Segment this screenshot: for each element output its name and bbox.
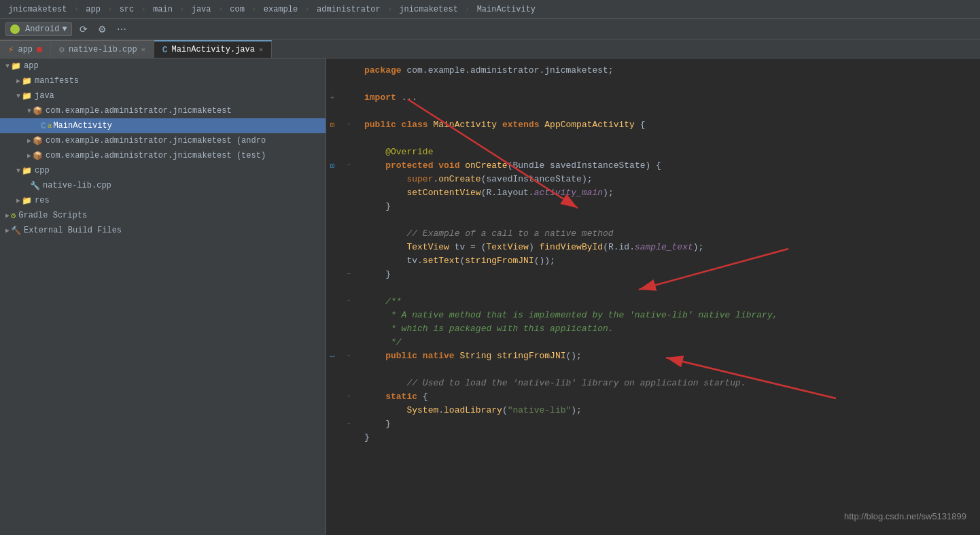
code-text-textview: TextView tv = (TextView) findViewById(R.… bbox=[359, 241, 703, 254]
sidebar-item-native-lib[interactable]: 🔧 native-lib.cpp bbox=[0, 178, 326, 193]
sidebar-label-res: res bbox=[35, 196, 50, 205]
code-text-override: @Override bbox=[359, 145, 433, 159]
code-text-javadoc3: * which is packaged with this applicatio… bbox=[359, 322, 614, 336]
fold-static[interactable]: − bbox=[338, 390, 359, 404]
code-line-native: ↔ − public native String stringFromJNI()… bbox=[326, 349, 980, 363]
sync-button[interactable]: ⟳ bbox=[76, 22, 91, 37]
expand-arrow-external: ▶ bbox=[5, 226, 10, 235]
sidebar-label-cpp: cpp bbox=[35, 166, 50, 175]
code-text-2 bbox=[359, 77, 370, 91]
code-line-4 bbox=[326, 132, 980, 145]
expand-arrow-manifests: ▶ bbox=[16, 77, 20, 85]
fold-oncreate[interactable]: − bbox=[338, 159, 359, 173]
file-icon-native-lib: 🔧 bbox=[30, 181, 40, 191]
dropdown-arrow: ▼ bbox=[62, 24, 67, 34]
code-text-7 bbox=[359, 363, 370, 377]
expand-arrow-cpp: ▼ bbox=[16, 167, 20, 175]
code-text-loadlibrary: System.loadLibrary("native-lib"); bbox=[359, 404, 582, 417]
tab-mainactivity[interactable]: C MainActivity.java ✕ bbox=[154, 40, 272, 58]
error-badge bbox=[37, 47, 42, 52]
breadcrumb-java[interactable]: java bbox=[188, 3, 215, 16]
sidebar-item-pkg-andro[interactable]: ▶ 📦 com.example.administrator.jnicmakete… bbox=[0, 133, 326, 148]
fold-close3[interactable]: − bbox=[338, 417, 359, 431]
tab-native-lib-close[interactable]: ✕ bbox=[141, 46, 145, 54]
breadcrumb-example[interactable]: example bbox=[260, 3, 302, 16]
sidebar-item-res[interactable]: ▶ 📁 res bbox=[0, 193, 326, 208]
dropdown-label: Android bbox=[25, 24, 59, 34]
android-dropdown[interactable]: Android ▼ bbox=[5, 22, 72, 36]
code-text-4 bbox=[359, 132, 370, 145]
code-text-super: super.onCreate(savedInstanceState); bbox=[359, 173, 593, 186]
code-text-1: package com.example.administrator.jnicma… bbox=[359, 64, 614, 77]
code-line-super: super.onCreate(savedInstanceState); bbox=[326, 173, 980, 186]
code-line-setcontent: setContentView(R.layout.activity_main); bbox=[326, 186, 980, 200]
sidebar-item-app[interactable]: ▼ 📁 app bbox=[0, 58, 326, 73]
code-text-javadoc2: * A native method that is implemented by… bbox=[359, 309, 778, 322]
fold-class[interactable]: − bbox=[338, 118, 359, 132]
code-line-7 bbox=[326, 363, 980, 377]
sidebar-item-pkg-test[interactable]: ▶ 📦 com.example.administrator.jnicmakete… bbox=[0, 148, 326, 163]
more-button[interactable]: ⋯ bbox=[114, 22, 129, 37]
tab-native-lib[interactable]: ⚙ native-lib.cpp ✕ bbox=[51, 40, 154, 58]
folder-icon-res: 📁 bbox=[22, 196, 32, 206]
tab-mainactivity-label: MainActivity.java bbox=[172, 45, 255, 54]
code-line-close1: } bbox=[326, 200, 980, 213]
code-text-javadoc4: */ bbox=[359, 336, 402, 349]
code-text-5 bbox=[359, 213, 370, 227]
settings-button[interactable]: ⚙ bbox=[95, 22, 110, 37]
breadcrumb-app[interactable]: app bbox=[82, 3, 105, 16]
code-text-close3: } bbox=[359, 417, 391, 431]
sidebar-item-pkg-main[interactable]: ▼ 📦 com.example.administrator.jnicmakete… bbox=[0, 103, 326, 118]
gradle-icon: ⚙ bbox=[11, 211, 16, 221]
tab-app[interactable]: ⚡ app bbox=[0, 40, 51, 58]
sidebar-item-external-build[interactable]: ▶ 🔨 External Build Files bbox=[0, 223, 326, 238]
expand-arrow-res: ▶ bbox=[16, 196, 20, 205]
sidebar-label-gradle: Gradle Scripts bbox=[18, 211, 87, 220]
folder-icon-java: 📁 bbox=[22, 91, 32, 101]
code-line-javadoc4: */ bbox=[326, 336, 980, 349]
code-text-comment1: // Example of a call to a native method bbox=[359, 227, 614, 241]
code-line-comment2: // Used to load the 'native-lib' library… bbox=[326, 377, 980, 390]
main-layout: ▼ 📁 app ▶ 📁 manifests ▼ 📁 java ▼ 📦 com.e… bbox=[0, 58, 980, 535]
code-text-settext: tv.setText(stringFromJNI()); bbox=[359, 254, 555, 268]
sidebar-item-manifests[interactable]: ▶ 📁 manifests bbox=[0, 73, 326, 88]
fold-javadoc[interactable]: − bbox=[338, 295, 359, 309]
code-line-oncreate: ⊡ − protected void onCreate(Bundle saved… bbox=[326, 159, 980, 173]
code-editor[interactable]: package com.example.administrator.jnicma… bbox=[326, 58, 980, 535]
android-icon bbox=[10, 24, 20, 34]
breadcrumb-src[interactable]: src bbox=[116, 3, 139, 16]
code-line-6 bbox=[326, 281, 980, 295]
package-icon-main: 📦 bbox=[33, 106, 43, 116]
breadcrumb-main[interactable]: main bbox=[149, 3, 177, 16]
breadcrumb-com[interactable]: com bbox=[226, 3, 249, 16]
code-line-javadoc3: * which is packaged with this applicatio… bbox=[326, 322, 980, 336]
tab-mainactivity-close[interactable]: ✕ bbox=[259, 46, 263, 54]
package-icon-test: 📦 bbox=[33, 151, 43, 161]
code-line-javadoc1: − /** bbox=[326, 295, 980, 309]
fold-native[interactable]: − bbox=[338, 349, 359, 363]
code-line-close4: } bbox=[326, 431, 980, 445]
code-text-class: public class MainActivity extends AppCom… bbox=[359, 118, 646, 132]
breadcrumb-jnicmaketest2[interactable]: jnicmaketest bbox=[395, 3, 461, 16]
sidebar-item-java[interactable]: ▼ 📁 java bbox=[0, 88, 326, 103]
sidebar-label-mainactivity: MainActivity bbox=[53, 121, 111, 131]
gutter-icon-import: + bbox=[326, 91, 338, 105]
tab-native-lib-label: native-lib.cpp bbox=[69, 45, 137, 54]
breadcrumb-mainactivity[interactable]: MainActivity bbox=[473, 3, 540, 16]
breadcrumb-administrator[interactable]: administrator bbox=[313, 3, 385, 16]
breadcrumb-jnicmaketest[interactable]: jnicmaketest bbox=[4, 3, 71, 16]
expand-arrow-pkg-andro: ▶ bbox=[27, 137, 31, 145]
code-line-textview: TextView tv = (TextView) findViewById(R.… bbox=[326, 241, 980, 254]
sidebar-item-gradle[interactable]: ▶ ⚙ Gradle Scripts bbox=[0, 208, 326, 223]
code-line-override: @Override bbox=[326, 145, 980, 159]
breadcrumb-bar: jnicmaketest › app › src › main › java ›… bbox=[0, 0, 980, 19]
sidebar-item-cpp[interactable]: ▼ 📁 cpp bbox=[0, 163, 326, 178]
code-line-3 bbox=[326, 105, 980, 118]
code-text-close4: } bbox=[359, 431, 370, 445]
sidebar-item-mainactivity[interactable]: C a MainActivity bbox=[0, 118, 326, 133]
code-line-close3: − } bbox=[326, 417, 980, 431]
java-tab-icon: C bbox=[162, 45, 168, 55]
fold-close2[interactable]: − bbox=[338, 268, 359, 281]
expand-arrow-app: ▼ bbox=[5, 63, 10, 70]
code-text-import: import ... bbox=[359, 91, 417, 105]
